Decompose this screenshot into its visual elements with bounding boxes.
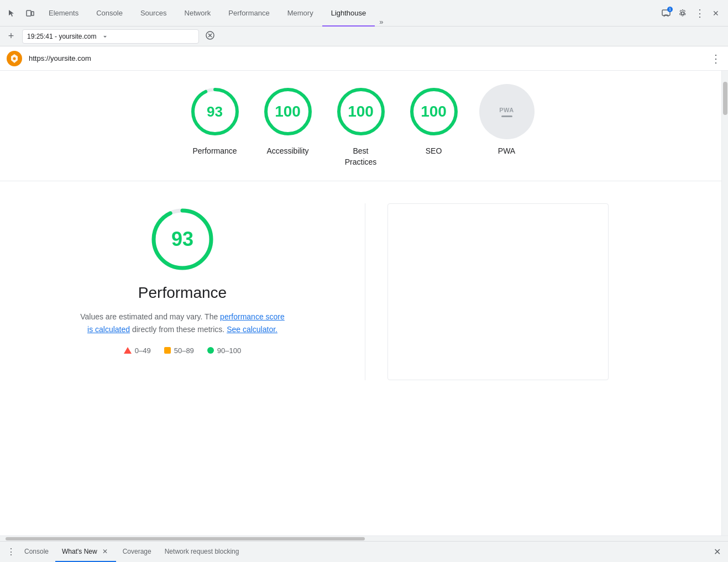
url-cancel-btn[interactable]	[206, 31, 214, 42]
scrollbar-thumb[interactable]	[723, 82, 727, 115]
content-area: 93 Performance 100 Accessibility	[0, 71, 721, 535]
seo-label: SEO	[426, 146, 442, 157]
gauge-best-practices: 100	[333, 84, 389, 139]
tab-lighthouse[interactable]: Lighthouse	[322, 1, 375, 27]
pwa-text: PWA	[499, 107, 514, 113]
legend: 0–49 50–89 90–100	[22, 346, 343, 355]
detail-performance-score: 93	[171, 228, 193, 251]
score-pwa[interactable]: PWA PWA	[479, 84, 535, 157]
bottom-bar: ⋮ Console What's New ✕ Coverage Network …	[0, 541, 728, 562]
device-toggle-btn[interactable]	[22, 6, 38, 21]
tab-network[interactable]: Network	[176, 1, 220, 27]
legend-circle-icon	[207, 347, 214, 354]
settings-btn[interactable]	[675, 6, 690, 21]
tab-performance[interactable]: Performance	[219, 1, 278, 27]
close-devtools-btn[interactable]: ✕	[708, 6, 724, 21]
tab-console[interactable]: Console	[87, 1, 132, 27]
svg-point-5	[13, 57, 16, 60]
bottom-tab-network-blocking[interactable]: Network request blocking	[158, 542, 246, 562]
detail-gauge-container: 93	[22, 203, 343, 275]
more-tabs-btn[interactable]: »	[375, 18, 387, 26]
performance-score: 93	[207, 103, 223, 120]
seo-score: 100	[421, 103, 447, 120]
lighthouse-more-btn[interactable]: ⋮	[710, 52, 721, 65]
tab-sources[interactable]: Sources	[132, 1, 176, 27]
main-content: 93 Performance 100 Accessibility	[0, 71, 728, 535]
lighthouse-url: https://yoursite.com	[29, 54, 704, 62]
detail-screenshot-panel	[387, 203, 609, 380]
bottom-tab-whats-new[interactable]: What's New ✕	[55, 542, 116, 562]
tab-memory[interactable]: Memory	[279, 1, 322, 27]
gauge-seo: 100	[406, 84, 462, 139]
close-bottom-panel-btn[interactable]: ✕	[710, 545, 724, 559]
score-seo[interactable]: 100 SEO	[406, 84, 462, 157]
bottom-tab-coverage[interactable]: Coverage	[116, 542, 158, 562]
tab-elements[interactable]: Elements	[40, 1, 87, 27]
bottom-tab-console[interactable]: Console	[18, 542, 55, 562]
pwa-dash	[501, 115, 512, 117]
horizontal-scrollbar[interactable]	[0, 535, 728, 541]
new-tab-btn[interactable]: +	[4, 30, 18, 43]
best-practices-label: BestPractices	[345, 146, 377, 167]
gauge-performance: 93	[187, 84, 243, 139]
svg-point-3	[682, 12, 684, 14]
score-performance[interactable]: 93 Performance	[187, 84, 243, 157]
pwa-label: PWA	[498, 146, 515, 157]
calculator-link[interactable]: See calculator.	[227, 325, 277, 334]
accessibility-score: 100	[275, 103, 301, 120]
detail-title: Performance	[22, 284, 343, 302]
url-input[interactable]: 19:25:41 - yoursite.com	[22, 29, 199, 44]
lighthouse-header: https://yoursite.com ⋮	[0, 46, 728, 71]
detail-left: 93 Performance Values are estimated and …	[22, 203, 343, 380]
vertical-scrollbar[interactable]	[721, 71, 728, 535]
lighthouse-icon	[7, 51, 22, 66]
gauge-accessibility: 100	[260, 84, 316, 139]
accessibility-label: Accessibility	[266, 146, 308, 157]
h-scrollbar-thumb[interactable]	[6, 537, 365, 540]
legend-square-icon	[164, 347, 171, 354]
feedback-badge: 1	[667, 7, 673, 12]
top-right-icons: 1 ⋮ ✕	[658, 6, 724, 21]
feedback-btn[interactable]: 1	[658, 6, 674, 21]
legend-high: 90–100	[207, 346, 241, 355]
url-bar: + 19:25:41 - yoursite.com	[0, 27, 728, 46]
cursor-icon-btn[interactable]	[4, 6, 20, 21]
legend-mid: 50–89	[164, 346, 194, 355]
performance-label: Performance	[192, 146, 237, 157]
legend-triangle-icon	[124, 347, 132, 354]
score-summary: 93 Performance 100 Accessibility	[0, 71, 721, 181]
best-practices-score: 100	[348, 103, 374, 120]
pwa-circle: PWA	[479, 84, 535, 139]
devtools-topbar: Elements Console Sources Network Perform…	[0, 0, 728, 27]
detail-gauge: 93	[146, 203, 218, 275]
tab-bar: Elements Console Sources Network Perform…	[40, 0, 656, 26]
vertical-divider	[365, 203, 365, 380]
svg-rect-1	[32, 12, 34, 15]
detail-description: Values are estimated and may vary. The p…	[22, 311, 343, 335]
svg-rect-0	[27, 10, 31, 16]
more-options-btn[interactable]: ⋮	[692, 6, 707, 21]
score-best-practices[interactable]: 100 BestPractices	[333, 84, 389, 167]
bottom-menu-btn[interactable]: ⋮	[4, 545, 18, 559]
bottom-tab-close-whats-new[interactable]: ✕	[101, 547, 109, 556]
detail-section: 93 Performance Values are estimated and …	[0, 181, 721, 402]
legend-low: 0–49	[124, 346, 151, 355]
score-accessibility[interactable]: 100 Accessibility	[260, 84, 316, 157]
